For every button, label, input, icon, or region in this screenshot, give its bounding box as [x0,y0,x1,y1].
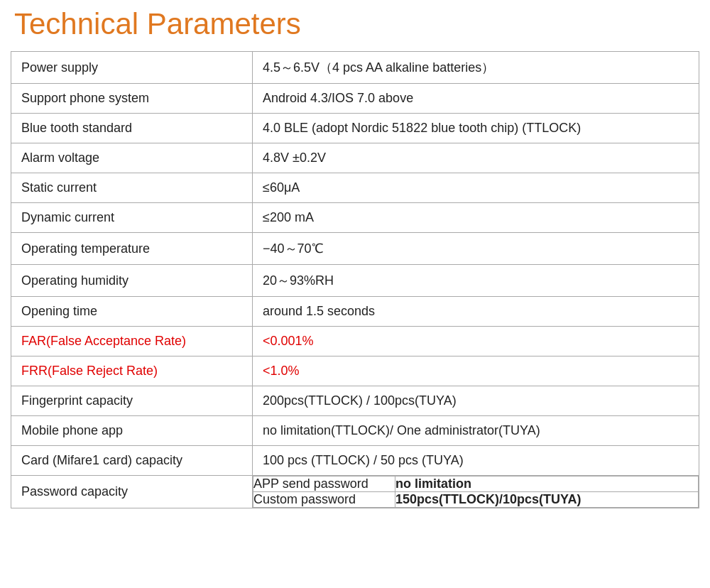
param-label: Operating temperature [11,233,253,265]
param-value: 4.5～6.5V（4 pcs AA alkaline batteries） [253,52,699,84]
table-row: Operating temperature−40～70℃ [11,233,699,265]
param-value: Android 4.3/IOS 7.0 above [253,84,699,114]
param-value: <0.001% [253,327,699,356]
table-row: Power supply4.5～6.5V（4 pcs AA alkaline b… [11,52,699,84]
param-value: −40～70℃ [253,233,699,265]
param-value: ≤200 mA [253,203,699,233]
password-sub-row: Custom password150pcs(TTLOCK)/10pcs(TUYA… [253,492,699,508]
table-row: FRR(False Reject Rate)<1.0% [11,356,699,386]
parameters-table: Power supply4.5～6.5V（4 pcs AA alkaline b… [11,51,699,508]
param-value: 200pcs(TTLOCK) / 100pcs(TUYA) [253,386,699,416]
param-value: no limitation(TTLOCK)/ One administrator… [253,416,699,446]
password-sub-value: 150pcs(TTLOCK)/10pcs(TUYA) [395,492,699,508]
param-value: 4.0 BLE (adopt Nordic 51822 blue tooth c… [253,114,699,143]
param-value: <1.0% [253,356,699,386]
param-value: ≤60μA [253,173,699,203]
password-sub-label: Custom password [253,492,395,508]
param-label: Card (Mifare1 card) capacity [11,446,253,476]
param-label: Support phone system [11,84,253,114]
password-row: Password capacityAPP send passwordno lim… [11,476,699,508]
table-row: Operating humidity20～93%RH [11,265,699,297]
password-capacity-value: APP send passwordno limitationCustom pas… [253,476,699,508]
table-row: Blue tooth standard4.0 BLE (adopt Nordic… [11,114,699,143]
password-sub-table: APP send passwordno limitationCustom pas… [253,476,699,508]
param-label: Blue tooth standard [11,114,253,143]
param-label: Static current [11,173,253,203]
param-label: Operating humidity [11,265,253,297]
table-row: Dynamic current≤200 mA [11,203,699,233]
param-value: around 1.5 seconds [253,297,699,327]
table-row: Mobile phone appno limitation(TTLOCK)/ O… [11,416,699,446]
param-value: 4.8V ±0.2V [253,143,699,173]
param-label: FAR(False Acceptance Rate) [11,327,253,356]
param-label: Mobile phone app [11,416,253,446]
table-row: FAR(False Acceptance Rate)<0.001% [11,327,699,356]
password-capacity-label: Password capacity [11,476,253,508]
table-row: Card (Mifare1 card) capacity100 pcs (TTL… [11,446,699,476]
password-sub-label: APP send password [253,477,395,492]
table-row: Opening timearound 1.5 seconds [11,297,699,327]
table-row: Fingerprint capacity200pcs(TTLOCK) / 100… [11,386,699,416]
param-value: 100 pcs (TTLOCK) / 50 pcs (TUYA) [253,446,699,476]
param-value: 20～93%RH [253,265,699,297]
table-row: Alarm voltage4.8V ±0.2V [11,143,699,173]
param-label: Dynamic current [11,203,253,233]
param-label: Fingerprint capacity [11,386,253,416]
password-sub-value: no limitation [395,477,699,492]
password-sub-row: APP send passwordno limitation [253,477,699,492]
param-label: Power supply [11,52,253,84]
table-row: Static current≤60μA [11,173,699,203]
param-label: FRR(False Reject Rate) [11,356,253,386]
page-title: Technical Parameters [11,7,699,41]
param-label: Opening time [11,297,253,327]
param-label: Alarm voltage [11,143,253,173]
table-row: Support phone systemAndroid 4.3/IOS 7.0 … [11,84,699,114]
